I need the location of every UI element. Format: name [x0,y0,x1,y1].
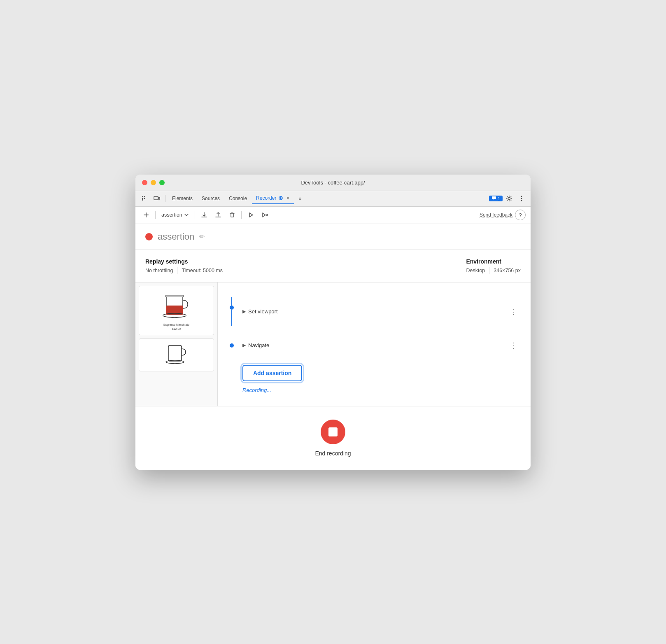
svg-rect-4 [142,199,143,201]
maximize-button[interactable] [159,180,165,185]
toolbar-sep-1 [155,211,156,219]
coffee-cup-svg-2 [165,341,188,368]
delete-button[interactable] [226,209,238,221]
replay-settings: Replay settings No throttling Timeout: 5… [145,258,223,274]
edit-name-icon[interactable]: ✏ [199,233,205,240]
toolbar-sep-2 [195,211,195,219]
end-recording-section: End recording [135,406,531,470]
preview-image: Espresso Macchiato$12.00 [135,282,217,375]
import-button[interactable] [212,209,224,221]
screenshot-1: Espresso Macchiato$12.00 [139,286,214,335]
settings-icon[interactable] [503,193,515,204]
step-dot-2 [230,343,234,348]
step-button[interactable] [259,209,270,221]
svg-rect-17 [166,306,183,307]
svg-rect-20 [168,345,182,361]
svg-point-11 [521,196,522,197]
recorder-icon [278,195,284,201]
step-arrow-2: ▶ [242,343,246,348]
step-more-1[interactable]: ⋮ [506,306,521,318]
replay-settings-title: Replay settings [145,258,223,265]
help-button[interactable]: ? [515,210,526,220]
tab-divider-1 [165,195,165,202]
environment-title: Environment [466,258,521,265]
step-dot-1 [230,306,234,310]
device-icon[interactable] [151,193,163,204]
step-set-viewport: ▶ Set viewport ⋮ [228,291,521,333]
minimize-button[interactable] [151,180,156,185]
tab-close-recorder[interactable]: × [286,195,289,201]
tab-console[interactable]: Console [225,193,251,204]
step-arrow-1: ▶ [242,309,246,314]
svg-point-14 [266,214,268,216]
screenshot-2 [139,338,214,371]
end-recording-label: End recording [315,450,351,457]
close-button[interactable] [142,180,147,185]
environment-settings: Environment Desktop 346×756 px [466,258,521,274]
svg-rect-3 [144,198,145,199]
step-connector-2 [228,343,236,348]
env-sep [489,267,489,274]
preview-panel: Espresso Macchiato$12.00 [135,282,218,406]
recording-name: assertion [158,231,194,242]
main-content: assertion ✏ Replay settings No throttlin… [135,224,531,470]
step-connector-1 [228,297,236,326]
tab-elements[interactable]: Elements [168,193,197,204]
svg-rect-6 [158,197,160,199]
step-content-2[interactable]: ▶ Navigate [242,342,506,348]
line-bottom [231,310,232,326]
tab-more[interactable]: » [295,193,306,204]
devtools-window: DevTools - coffee-cart.app/ Elements Sou… [135,175,531,470]
traffic-lights [142,180,165,185]
cursor-icon[interactable] [139,193,150,204]
add-assertion-button[interactable]: Add assertion [242,365,302,381]
window-title: DevTools - coffee-cart.app/ [301,180,365,186]
step-more-2[interactable]: ⋮ [506,339,521,352]
svg-point-10 [508,198,510,200]
export-button[interactable] [198,209,210,221]
toolbar: assertion [135,207,531,224]
svg-rect-0 [142,196,143,197]
tab-recorder[interactable]: Recorder × [252,193,294,204]
tab-sources[interactable]: Sources [198,193,224,204]
recording-selector[interactable]: assertion [159,210,191,219]
environment-detail: Desktop 346×756 px [466,267,521,274]
svg-point-13 [521,200,522,201]
stop-recording-button[interactable] [321,420,345,444]
settings-section: Replay settings No throttling Timeout: 5… [135,250,531,282]
add-recording-button[interactable] [140,209,152,221]
svg-point-12 [521,198,522,199]
svg-rect-2 [142,198,143,199]
chevron-down-icon [184,212,189,217]
line-top [231,297,232,306]
recording-indicator [145,233,153,240]
chat-icon [491,196,496,201]
more-options-icon[interactable] [516,193,527,204]
coffee-cup-svg [162,290,191,323]
title-bar: DevTools - coffee-cart.app/ [135,175,531,191]
add-assertion-area: Add assertion Recording... [242,358,521,393]
tabs-bar: Elements Sources Console Recorder × » 1 [135,191,531,207]
svg-rect-1 [144,196,145,197]
replay-settings-detail: No throttling Timeout: 5000 ms [145,267,223,274]
recording-status: Recording... [242,387,271,393]
device-value: Desktop [466,268,485,273]
play-button[interactable] [245,209,256,221]
timeout-value: Timeout: 5000 ms [182,268,223,273]
step-navigate: ▶ Navigate ⋮ [228,333,521,358]
steps-container: ▶ Set viewport ⋮ ▶ [218,282,531,406]
step-content-1[interactable]: ▶ Set viewport [242,308,506,315]
svg-point-8 [280,197,282,199]
throttling-value: No throttling [145,268,173,273]
coffee-label-1: Espresso Macchiato$12.00 [163,323,189,330]
notifications-badge[interactable]: 1 [489,196,503,201]
dimensions-value: 346×756 px [494,268,521,273]
svg-rect-5 [154,196,158,200]
send-feedback-button[interactable]: Send feedback [480,212,512,218]
recording-header: assertion ✏ [135,224,531,250]
step-label-1: ▶ Set viewport [242,308,506,315]
svg-rect-9 [492,196,496,199]
settings-sep [177,267,177,274]
stop-icon [328,427,338,436]
steps-area: Espresso Macchiato$12.00 [135,282,531,406]
